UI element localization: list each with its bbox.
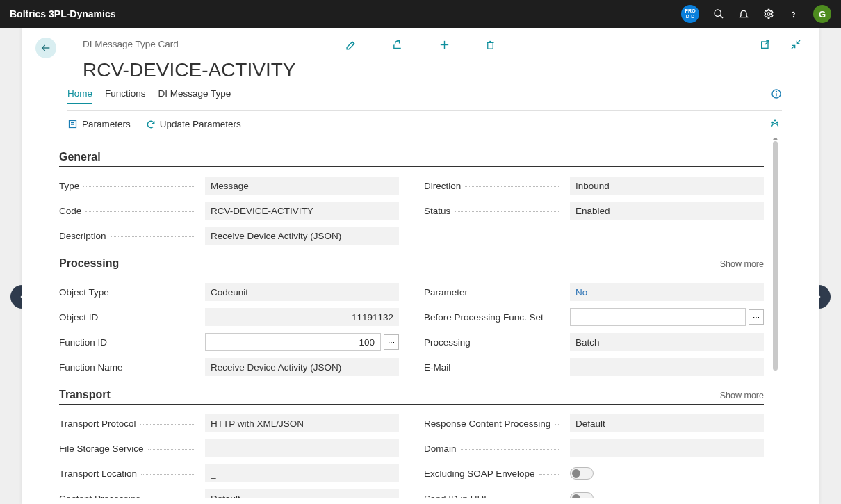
field-description[interactable] [205, 227, 399, 245]
show-more-transport[interactable]: Show more [720, 391, 764, 400]
label-type: Type [59, 181, 79, 191]
label-domain: Domain [424, 444, 457, 454]
edit-button[interactable] [345, 39, 357, 54]
field-content-processing[interactable] [205, 489, 399, 498]
field-type[interactable] [205, 177, 399, 195]
label-code: Code [59, 206, 81, 216]
user-avatar[interactable]: G [813, 5, 831, 23]
parameters-action[interactable]: Parameters [67, 119, 131, 129]
assist-edit-function-id[interactable]: ··· [384, 334, 399, 350]
svg-line-1 [720, 15, 723, 18]
label-description: Description [59, 231, 106, 241]
field-transport-location[interactable] [205, 464, 399, 482]
toggle-excluding-soap[interactable] [570, 467, 594, 480]
field-object-type[interactable] [205, 283, 399, 301]
field-code[interactable] [205, 202, 399, 220]
field-domain[interactable] [570, 439, 764, 457]
label-transport-location: Transport Location [59, 469, 137, 479]
toggle-send-id-in-url[interactable] [570, 492, 594, 498]
search-icon[interactable] [713, 8, 724, 19]
label-object-id: Object ID [59, 312, 98, 323]
label-object-type: Object Type [59, 287, 109, 298]
label-file-storage: File Storage Service [59, 444, 144, 454]
section-general: General Type Direction Code Status Descr… [59, 151, 764, 245]
label-excluding-soap: Excluding SOAP Envelope [424, 469, 535, 479]
field-object-id[interactable] [205, 308, 399, 326]
settings-gear-icon[interactable] [763, 8, 774, 19]
toolbar-actions [22, 39, 819, 54]
svg-point-17 [776, 91, 776, 92]
field-transport-protocol[interactable] [205, 414, 399, 432]
field-status[interactable] [570, 202, 764, 220]
action-tabs: Home Functions DI Message Type [67, 88, 782, 111]
section-processing: ProcessingShow more Object Type Paramete… [59, 257, 764, 376]
tab-home[interactable]: Home [67, 88, 92, 104]
new-button[interactable] [439, 39, 450, 54]
svg-point-2 [767, 13, 770, 15]
section-title-transport: Transport [59, 389, 111, 401]
svg-line-14 [797, 40, 800, 44]
notifications-icon[interactable] [738, 8, 749, 19]
personalize-icon[interactable] [769, 117, 781, 131]
share-button[interactable] [392, 39, 404, 54]
factbox-toggle-icon[interactable] [771, 88, 782, 102]
card-page: DI Message Type Card RCV-DEVICE-ACTIVITY… [22, 28, 819, 504]
field-processing[interactable] [570, 333, 764, 351]
svg-point-21 [772, 122, 774, 124]
page-title: RCV-DEVICE-ACTIVITY [83, 59, 782, 81]
label-email: E-Mail [424, 362, 450, 373]
scrollbar-thumb[interactable] [773, 141, 778, 371]
label-transport-protocol: Transport Protocol [59, 418, 136, 429]
label-function-id: Function ID [59, 337, 107, 348]
svg-point-4 [793, 16, 794, 17]
field-file-storage[interactable] [205, 439, 399, 457]
svg-point-0 [715, 10, 721, 16]
label-before-processing: Before Processing Func. Set [424, 312, 544, 323]
collapse-window-icon[interactable] [790, 39, 801, 53]
field-function-name[interactable] [205, 358, 399, 376]
svg-line-13 [792, 45, 795, 49]
tab-di-message-type[interactable]: DI Message Type [158, 88, 231, 104]
show-more-processing[interactable]: Show more [720, 259, 764, 269]
update-parameters-action[interactable]: Update Parameters [146, 119, 241, 129]
label-response-content-processing: Response Content Processing [424, 418, 550, 429]
label-parameter: Parameter [424, 287, 468, 298]
field-parameter[interactable] [570, 283, 764, 301]
field-response-content-processing[interactable] [570, 414, 764, 432]
section-title-processing: Processing [59, 257, 119, 270]
label-status: Status [424, 206, 450, 216]
section-transport: TransportShow more Transport Protocol Re… [59, 389, 764, 498]
workspace: DI Message Type Card RCV-DEVICE-ACTIVITY… [0, 28, 841, 504]
label-processing: Processing [424, 337, 471, 348]
label-send-id-in-url: Send ID in URL [424, 494, 489, 499]
field-function-id[interactable] [205, 333, 381, 351]
help-icon[interactable] [788, 8, 799, 19]
open-new-window-icon[interactable] [760, 39, 771, 53]
field-email[interactable] [570, 358, 764, 376]
svg-point-23 [774, 120, 776, 121]
svg-point-22 [777, 122, 778, 124]
svg-rect-8 [488, 42, 493, 49]
tab-functions[interactable]: Functions [105, 88, 146, 104]
delete-button[interactable] [485, 39, 496, 54]
field-direction[interactable] [570, 177, 764, 195]
field-before-processing[interactable] [570, 308, 746, 326]
top-navbar: Boltrics 3PL-Dynamics PRO D-D G [0, 0, 841, 28]
assist-edit-before-processing[interactable]: ··· [749, 309, 764, 325]
section-title-general: General [59, 151, 101, 163]
app-name: Boltrics 3PL-Dynamics [10, 8, 116, 19]
environment-badge[interactable]: PRO D-D [681, 5, 699, 23]
action-subbar: Parameters Update Parameters [59, 111, 782, 138]
label-function-name: Function Name [59, 362, 123, 373]
label-direction: Direction [424, 181, 461, 191]
label-content-processing: Content Processing [59, 494, 141, 499]
